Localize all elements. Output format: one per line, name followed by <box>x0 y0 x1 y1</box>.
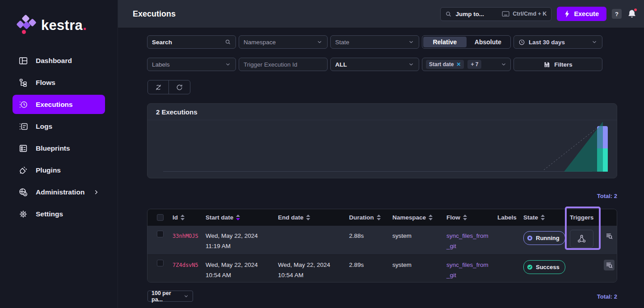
chart-baseline <box>163 171 592 172</box>
administration-icon <box>18 187 28 197</box>
state-select[interactable]: State <box>330 35 419 49</box>
dashboard-icon <box>18 56 28 66</box>
gear-icon <box>18 209 28 219</box>
column-header-state[interactable]: State <box>523 214 570 221</box>
row-checkbox[interactable] <box>157 260 164 266</box>
visible-columns-select[interactable]: Start date✕ + 7 <box>422 58 511 71</box>
help-button[interactable]: ? <box>612 9 622 19</box>
kestra-logo-icon <box>17 15 36 36</box>
date-mode-toggle: Relative Absolute <box>422 35 511 49</box>
sidebar-item-label: Settings <box>36 210 63 218</box>
running-icon <box>527 235 533 241</box>
executions-chart-panel: 2 Executions <box>147 103 617 178</box>
scope-select[interactable]: ALL <box>330 58 419 71</box>
column-header-triggers: Triggers <box>570 214 604 221</box>
search-field[interactable] <box>147 35 236 49</box>
brand-name: kestra. <box>41 17 87 34</box>
filters-button[interactable]: Filters <box>514 58 602 71</box>
column-header-flow[interactable]: Flow <box>446 214 497 221</box>
table-row[interactable]: 7Z4dsvN5 Wed, May 22, 202410:54 AM Wed, … <box>147 254 617 282</box>
execute-button[interactable]: Execute <box>557 7 606 21</box>
kestra-logo[interactable]: kestra. <box>0 0 118 36</box>
column-header-id[interactable]: Id <box>173 214 206 221</box>
flows-icon <box>18 78 28 88</box>
sidebar-item-label: Administration <box>36 188 84 196</box>
column-header-labels[interactable]: Labels <box>497 214 523 221</box>
trigger-button[interactable] <box>570 230 593 248</box>
refresh-button[interactable] <box>169 80 190 94</box>
sort-icon <box>463 215 467 220</box>
sidebar-item-flows[interactable]: Flows <box>13 73 105 92</box>
start-date-cell: Wed, May 22, 202411:19 AM <box>206 231 278 251</box>
lightning-icon <box>564 10 570 17</box>
auto-refresh-off-button[interactable] <box>148 80 169 94</box>
sort-icon <box>181 215 185 220</box>
sidebar-item-blueprints[interactable]: Blueprints <box>13 139 105 158</box>
sort-icon <box>429 215 433 220</box>
sidebar-item-label: Plugins <box>36 166 61 174</box>
trigger-icon <box>577 234 586 244</box>
total-count-bottom: Total: 2 <box>597 293 617 300</box>
executions-bar-chart <box>537 121 609 173</box>
running-state-badge: Running <box>523 231 565 245</box>
select-all-checkbox[interactable] <box>157 214 164 221</box>
sort-icon <box>306 215 310 220</box>
sidebar-item-executions[interactable]: Executions <box>13 95 105 114</box>
row-checkbox[interactable] <box>157 231 164 237</box>
table-header-row: Id Start date End date Duration Namespac… <box>147 209 617 226</box>
jump-to-input[interactable] <box>455 11 498 17</box>
save-icon <box>543 61 550 68</box>
labels-select[interactable]: Labels <box>147 58 236 71</box>
execution-id-link[interactable]: 33nhMOJS <box>173 231 206 240</box>
date-range-select[interactable]: Last 30 days <box>514 35 602 49</box>
namespace-cell: system <box>392 231 446 241</box>
start-date-chip[interactable]: Start date✕ <box>426 60 464 69</box>
executions-chart[interactable] <box>147 120 617 178</box>
chevron-down-icon <box>225 61 231 68</box>
trigger-execution-id-input[interactable] <box>244 61 323 68</box>
chevron-down-icon <box>408 61 414 68</box>
plug-icon <box>18 165 28 175</box>
state-cell: Running <box>523 231 570 245</box>
close-icon[interactable]: ✕ <box>456 61 461 68</box>
execution-id-link[interactable]: 7Z4dsvN5 <box>173 260 206 270</box>
column-header-duration[interactable]: Duration <box>349 214 392 221</box>
flow-link[interactable]: sync_files_from_git <box>446 231 489 251</box>
relative-toggle[interactable]: Relative <box>423 37 467 47</box>
total-count-top: Total: 2 <box>597 193 617 199</box>
log-search-icon <box>605 232 613 240</box>
flow-link[interactable]: sync_files_from_git <box>446 260 489 280</box>
end-date-cell: Wed, May 22, 202410:54 AM <box>278 260 349 280</box>
execution-details-button[interactable] <box>604 260 615 270</box>
notification-bell-button[interactable] <box>627 9 637 19</box>
chevron-down-icon <box>591 39 598 45</box>
column-header-namespace[interactable]: Namespace <box>392 214 446 221</box>
column-header-start-date[interactable]: Start date <box>206 214 278 221</box>
sidebar-item-label: Blueprints <box>36 144 70 152</box>
more-columns-chip[interactable]: + 7 <box>467 60 481 69</box>
per-page-select[interactable]: 100 per pa... <box>147 291 193 302</box>
sort-icon-active <box>236 215 240 220</box>
start-date-cell: Wed, May 22, 202410:54 AM <box>206 260 278 280</box>
chevron-down-icon <box>408 39 414 45</box>
row-actions-cell <box>604 260 617 270</box>
namespace-cell: system <box>392 260 446 270</box>
trigger-execution-id-field[interactable] <box>239 58 328 71</box>
keyboard-shortcut: Ctrl/Cmd + K <box>502 11 547 17</box>
executions-icon <box>18 100 28 110</box>
sidebar: kestra. Dashboard Flows Executions Logs … <box>0 0 118 308</box>
namespace-select[interactable]: Namespace <box>239 35 328 49</box>
execution-details-button[interactable] <box>604 231 615 241</box>
sidebar-item-administration[interactable]: Administration <box>13 182 105 202</box>
column-header-end-date[interactable]: End date <box>278 214 349 221</box>
sidebar-item-dashboard[interactable]: Dashboard <box>13 51 105 70</box>
absolute-toggle[interactable]: Absolute <box>467 37 510 47</box>
sidebar-item-label: Logs <box>36 122 52 131</box>
jump-to-search[interactable]: Ctrl/Cmd + K <box>440 7 551 21</box>
sidebar-item-logs[interactable]: Logs <box>13 117 105 136</box>
sidebar-item-settings[interactable]: Settings <box>13 204 105 224</box>
search-input[interactable] <box>152 39 221 46</box>
table-row[interactable]: 33nhMOJS Wed, May 22, 202411:19 AM 2.88s… <box>147 226 617 254</box>
page-title: Executions <box>133 9 176 19</box>
sidebar-item-plugins[interactable]: Plugins <box>13 160 105 180</box>
